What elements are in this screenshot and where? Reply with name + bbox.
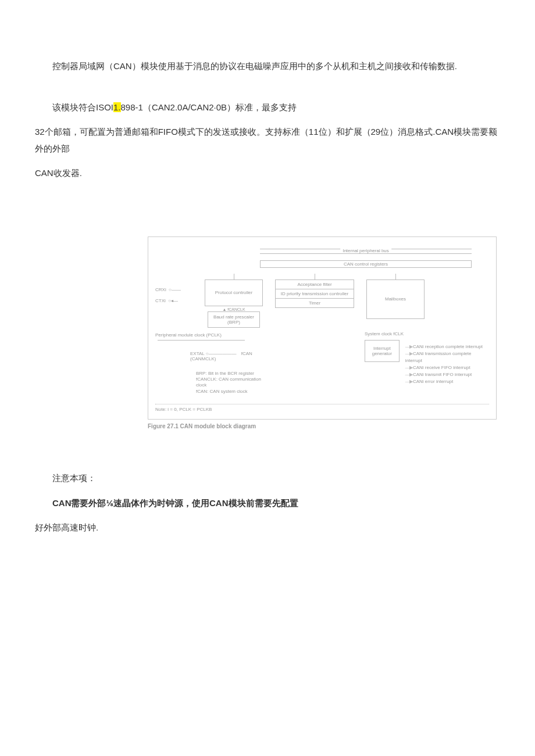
extal-label: EXTAL ○—————— fCAN (CANMCLK) <box>190 351 272 361</box>
control-registers-box: CAN control registers <box>260 260 472 268</box>
brp-box: Baud rate prescaler (BRP) <box>208 311 260 328</box>
paragraph-bold: CAN需要外部⅛速晶体作为时钟源，使用CAN模块前需要先配置 <box>35 495 500 512</box>
center-group: Acceptance filter ID priority transmissi… <box>275 280 354 308</box>
diagram-midrow: CRXi ○—— CTXi ○◂— Protocol controller ▲ … <box>155 274 489 328</box>
document-page: 控制器局域网（CAN）模块使用基于消息的协议在电磁噪声应用中的多个从机和主机之间… <box>0 0 535 579</box>
pin-labels: CRXi ○—— CTXi ○◂— <box>155 274 202 306</box>
figure-footnote: Note: i = 0, PCLK = PCLKB <box>155 404 489 412</box>
protocol-controller-box: Protocol controller <box>205 280 263 306</box>
spacer <box>35 190 500 225</box>
highlighted-text: 1. <box>113 102 121 112</box>
mailboxes-column: Mailboxes <box>363 274 427 319</box>
note-fcan: fCAN: CAN system clock <box>196 389 272 395</box>
interrupt-item: CANi receive FIFO interrupt <box>405 364 489 371</box>
fcanclk-label: ▲ fCANCLK <box>222 307 245 311</box>
pin-crx: CRXi ○—— <box>155 284 202 295</box>
interrupt-list: CANi reception complete interrupt CANi t… <box>405 343 489 385</box>
interrupt-item: CANi transmit FIFO interrupt <box>405 371 489 378</box>
paragraph: 32个邮箱，可配置为普通邮箱和FIFO模式下的发送或接收。支持标准（11位）和扩… <box>35 124 500 157</box>
paragraph: 控制器局域网（CAN）模块使用基于消息的协议在电磁噪声应用中的多个从机和主机之间… <box>35 58 500 75</box>
spacer <box>35 435 500 470</box>
interrupt-item: CANi error interrupt <box>405 378 489 385</box>
pin-ctx: CTXi ○◂— <box>155 295 202 306</box>
protocol-column: Protocol controller ▲ fCANCLK Baud rate … <box>202 274 266 328</box>
interrupt-item: CANi transmission complete interrupt <box>405 350 489 364</box>
center-column: Acceptance filter ID priority transmissi… <box>274 274 355 308</box>
figure-container: Internal peripheral bus CAN control regi… <box>35 237 500 430</box>
paragraph: 该模块符合ISOI1.898-1（CAN2.0A/CAN2·0B）标准，最多支持 <box>35 99 500 116</box>
pclk-label: Peripheral module clock (PCLK) <box>155 332 272 338</box>
paragraph: 好外部高速时钟. <box>35 519 500 536</box>
attention-label: 注意本项： <box>35 470 500 487</box>
paragraph: CAN收发器. <box>35 165 500 182</box>
abbrev-notes: BRP: Bit in the BCR register fCANCLK: CA… <box>196 371 272 395</box>
spacer <box>35 83 500 99</box>
text-fragment: 该模块符合ISOI <box>52 102 113 112</box>
id-priority-box: ID priority transmission controller <box>276 289 354 299</box>
figure-caption: Figure 27.1 CAN module block diagram <box>147 423 497 429</box>
bus-bar: Internal peripheral bus <box>260 248 472 255</box>
interrupt-item: CANi reception complete interrupt <box>405 343 489 350</box>
interrupt-generator-box: Interrupt generator <box>365 340 400 362</box>
note-brp: BRP: Bit in the BCR register <box>196 371 272 377</box>
block-diagram: Internal peripheral bus CAN control regi… <box>148 237 497 420</box>
timer-box: Timer <box>276 299 354 307</box>
mailboxes-box: Mailboxes <box>366 280 425 319</box>
sysclk-label: System clock fCLK <box>365 331 489 336</box>
acceptance-filter-box: Acceptance filter <box>276 280 354 289</box>
bus-label: Internal peripheral bus <box>340 248 391 255</box>
lower-row: Peripheral module clock (PCLK) EXTAL ○——… <box>155 328 489 395</box>
note-fcanclk: fCANCLK: CAN communication clock <box>196 377 272 389</box>
text-fragment: 898-1（CAN2.0A/CAN2·0B）标准，最多支持 <box>121 102 297 112</box>
